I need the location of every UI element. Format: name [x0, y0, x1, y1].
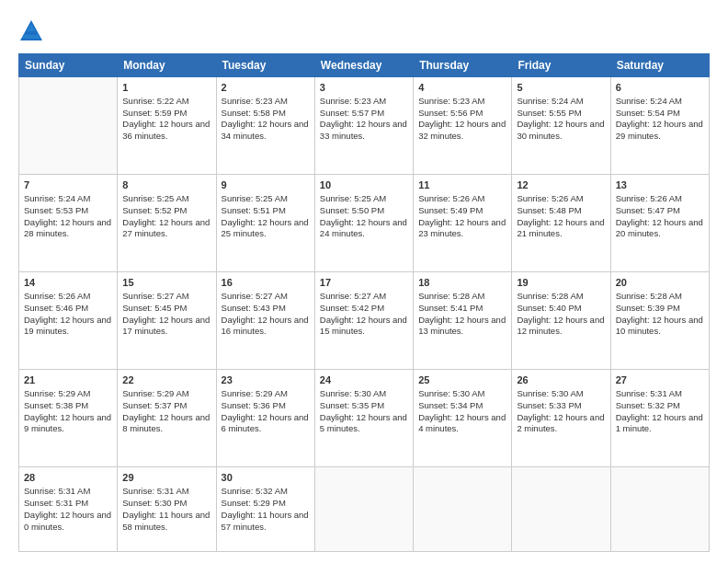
weekday-header-monday: Monday: [118, 54, 216, 77]
daylight-text: Daylight: 12 hours and 24 minutes.: [320, 217, 407, 239]
day-number: 4: [418, 81, 506, 95]
daylight-text: Daylight: 12 hours and 13 minutes.: [418, 315, 506, 337]
day-number: 7: [24, 178, 112, 192]
daylight-text: Daylight: 12 hours and 15 minutes.: [320, 315, 407, 337]
sunset-text: Sunset: 5:48 PM: [517, 205, 581, 215]
sunrise-text: Sunrise: 5:26 AM: [24, 291, 90, 301]
sunrise-text: Sunrise: 5:24 AM: [616, 96, 682, 106]
day-number: 14: [24, 276, 112, 290]
calendar-cell: 21Sunrise: 5:29 AMSunset: 5:38 PMDayligh…: [19, 370, 118, 467]
daylight-text: Daylight: 12 hours and 25 minutes.: [222, 217, 309, 239]
sunset-text: Sunset: 5:43 PM: [222, 303, 286, 313]
sunrise-text: Sunrise: 5:28 AM: [616, 291, 682, 301]
daylight-text: Daylight: 12 hours and 23 minutes.: [418, 217, 506, 239]
logo: [18, 18, 46, 44]
sunset-text: Sunset: 5:52 PM: [122, 205, 187, 215]
daylight-text: Daylight: 12 hours and 4 minutes.: [418, 412, 506, 434]
day-number: 18: [418, 276, 506, 290]
sunrise-text: Sunrise: 5:27 AM: [222, 291, 288, 301]
daylight-text: Daylight: 12 hours and 30 minutes.: [517, 119, 604, 141]
daylight-text: Daylight: 12 hours and 9 minutes.: [24, 412, 111, 434]
daylight-text: Daylight: 12 hours and 1 minute.: [616, 412, 703, 434]
sunset-text: Sunset: 5:59 PM: [122, 108, 187, 118]
daylight-text: Daylight: 12 hours and 10 minutes.: [616, 315, 703, 337]
sunset-text: Sunset: 5:34 PM: [418, 400, 483, 410]
calendar-cell: 28Sunrise: 5:31 AMSunset: 5:31 PMDayligh…: [19, 467, 118, 552]
sunset-text: Sunset: 5:57 PM: [320, 108, 384, 118]
sunrise-text: Sunrise: 5:31 AM: [24, 486, 90, 496]
calendar-cell: 4Sunrise: 5:23 AMSunset: 5:56 PMDaylight…: [414, 77, 512, 175]
sunset-text: Sunset: 5:50 PM: [320, 205, 384, 215]
sunrise-text: Sunrise: 5:28 AM: [517, 291, 583, 301]
sunrise-text: Sunrise: 5:31 AM: [122, 486, 188, 496]
week-row-3: 14Sunrise: 5:26 AMSunset: 5:46 PMDayligh…: [19, 272, 710, 370]
day-number: 8: [122, 178, 210, 192]
sunrise-text: Sunrise: 5:23 AM: [222, 96, 288, 106]
calendar-cell: 30Sunrise: 5:32 AMSunset: 5:29 PMDayligh…: [216, 467, 314, 552]
day-number: 19: [517, 276, 605, 290]
logo-icon: [18, 18, 44, 44]
sunset-text: Sunset: 5:39 PM: [616, 303, 680, 313]
sunrise-text: Sunrise: 5:30 AM: [517, 388, 583, 398]
sunset-text: Sunset: 5:54 PM: [616, 108, 680, 118]
calendar-cell: 18Sunrise: 5:28 AMSunset: 5:41 PMDayligh…: [414, 272, 512, 370]
daylight-text: Daylight: 12 hours and 21 minutes.: [517, 217, 604, 239]
calendar-cell: 16Sunrise: 5:27 AMSunset: 5:43 PMDayligh…: [216, 272, 314, 370]
sunset-text: Sunset: 5:35 PM: [320, 400, 384, 410]
sunrise-text: Sunrise: 5:26 AM: [517, 193, 583, 203]
calendar-cell: 7Sunrise: 5:24 AMSunset: 5:53 PMDaylight…: [19, 175, 118, 272]
calendar-cell: 27Sunrise: 5:31 AMSunset: 5:32 PMDayligh…: [610, 370, 709, 467]
day-number: 22: [122, 373, 210, 387]
sunset-text: Sunset: 5:29 PM: [222, 498, 286, 508]
day-number: 24: [320, 373, 408, 387]
day-number: 5: [517, 81, 605, 95]
sunrise-text: Sunrise: 5:22 AM: [122, 96, 188, 106]
calendar-cell: [414, 467, 512, 552]
calendar-cell: [512, 467, 610, 552]
daylight-text: Daylight: 12 hours and 33 minutes.: [320, 119, 407, 141]
calendar: SundayMondayTuesdayWednesdayThursdayFrid…: [18, 53, 710, 552]
week-row-5: 28Sunrise: 5:31 AMSunset: 5:31 PMDayligh…: [19, 467, 710, 552]
calendar-cell: 10Sunrise: 5:25 AMSunset: 5:50 PMDayligh…: [314, 175, 413, 272]
sunset-text: Sunset: 5:49 PM: [418, 205, 483, 215]
calendar-cell: 25Sunrise: 5:30 AMSunset: 5:34 PMDayligh…: [414, 370, 512, 467]
weekday-header-row: SundayMondayTuesdayWednesdayThursdayFrid…: [19, 54, 710, 77]
calendar-cell: 20Sunrise: 5:28 AMSunset: 5:39 PMDayligh…: [610, 272, 709, 370]
sunset-text: Sunset: 5:31 PM: [24, 498, 88, 508]
day-number: 1: [122, 81, 210, 95]
daylight-text: Daylight: 12 hours and 6 minutes.: [222, 412, 309, 434]
sunrise-text: Sunrise: 5:30 AM: [418, 388, 484, 398]
daylight-text: Daylight: 12 hours and 5 minutes.: [320, 412, 407, 434]
calendar-cell: 3Sunrise: 5:23 AMSunset: 5:57 PMDaylight…: [314, 77, 413, 175]
calendar-cell: 29Sunrise: 5:31 AMSunset: 5:30 PMDayligh…: [118, 467, 216, 552]
calendar-cell: [314, 467, 413, 552]
day-number: 17: [320, 276, 408, 290]
sunset-text: Sunset: 5:37 PM: [122, 400, 187, 410]
day-number: 13: [616, 178, 704, 192]
weekday-header-tuesday: Tuesday: [216, 54, 314, 77]
calendar-cell: 17Sunrise: 5:27 AMSunset: 5:42 PMDayligh…: [314, 272, 413, 370]
sunrise-text: Sunrise: 5:29 AM: [222, 388, 288, 398]
sunrise-text: Sunrise: 5:23 AM: [320, 96, 386, 106]
calendar-cell: 12Sunrise: 5:26 AMSunset: 5:48 PMDayligh…: [512, 175, 610, 272]
sunset-text: Sunset: 5:40 PM: [517, 303, 581, 313]
sunrise-text: Sunrise: 5:26 AM: [616, 193, 682, 203]
daylight-text: Daylight: 12 hours and 12 minutes.: [517, 315, 604, 337]
daylight-text: Daylight: 12 hours and 16 minutes.: [222, 315, 309, 337]
calendar-cell: [610, 467, 709, 552]
weekday-header-wednesday: Wednesday: [314, 54, 413, 77]
calendar-cell: 2Sunrise: 5:23 AMSunset: 5:58 PMDaylight…: [216, 77, 314, 175]
week-row-1: 1Sunrise: 5:22 AMSunset: 5:59 PMDaylight…: [19, 77, 710, 175]
daylight-text: Daylight: 12 hours and 28 minutes.: [24, 217, 111, 239]
calendar-cell: 26Sunrise: 5:30 AMSunset: 5:33 PMDayligh…: [512, 370, 610, 467]
sunrise-text: Sunrise: 5:32 AM: [222, 486, 288, 496]
day-number: 21: [24, 373, 112, 387]
sunrise-text: Sunrise: 5:24 AM: [24, 193, 90, 203]
weekday-header-sunday: Sunday: [19, 54, 118, 77]
sunrise-text: Sunrise: 5:28 AM: [418, 291, 484, 301]
sunrise-text: Sunrise: 5:27 AM: [320, 291, 386, 301]
calendar-cell: 8Sunrise: 5:25 AMSunset: 5:52 PMDaylight…: [118, 175, 216, 272]
sunset-text: Sunset: 5:32 PM: [616, 400, 680, 410]
calendar-cell: 23Sunrise: 5:29 AMSunset: 5:36 PMDayligh…: [216, 370, 314, 467]
day-number: 2: [222, 81, 310, 95]
